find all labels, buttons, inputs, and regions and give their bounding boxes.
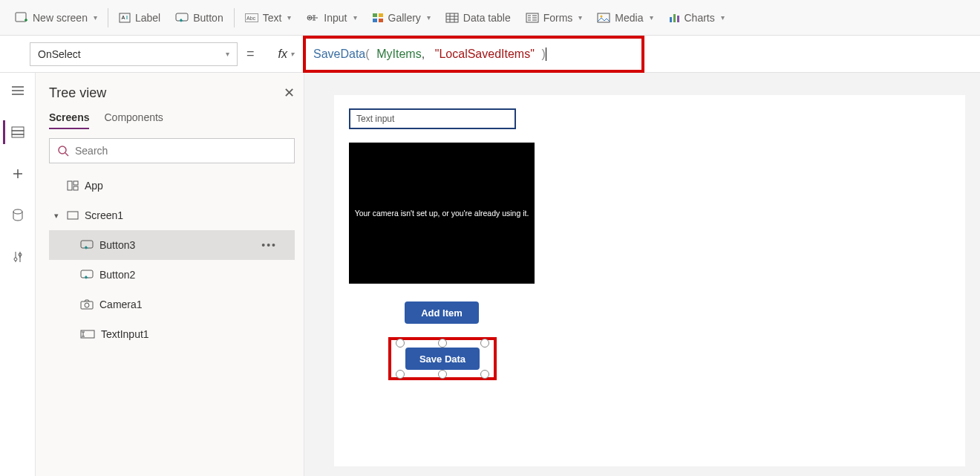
app-icon (67, 180, 79, 191)
svg-point-24 (59, 146, 66, 154)
resize-handle[interactable] (396, 339, 405, 348)
text-icon: Abc (245, 13, 258, 22)
charts-label: Charts (685, 12, 715, 24)
camera-control[interactable]: Your camera isn't set up, or you're alre… (349, 143, 535, 284)
tree-view-icon[interactable] (3, 120, 30, 144)
svg-rect-17 (677, 16, 679, 22)
new-screen-button[interactable]: New screen ▾ (7, 7, 105, 28)
resize-handle[interactable] (480, 339, 489, 348)
textinput-icon (80, 330, 95, 339)
resize-handle[interactable] (480, 370, 489, 379)
svg-rect-0 (16, 13, 26, 22)
formula-bar: OnSelect ▾ = fx ▾ SaveData( MyItems, "Lo… (0, 36, 980, 73)
fx-label: fx (278, 48, 287, 61)
fx-button[interactable]: fx ▾ (278, 48, 294, 61)
input-label: Input (324, 12, 347, 24)
svg-rect-15 (670, 17, 672, 22)
formula-paren-open: ( (365, 48, 369, 61)
insert-icon[interactable] (4, 162, 31, 186)
resize-handle[interactable] (438, 370, 447, 379)
label-button[interactable]: Label (111, 7, 168, 28)
svg-rect-1 (120, 13, 130, 22)
svg-rect-20 (12, 134, 24, 137)
tab-screens[interactable]: Screens (49, 111, 89, 129)
equals-sign: = (246, 46, 255, 62)
new-screen-icon (15, 12, 28, 24)
tab-components[interactable]: Components (104, 111, 163, 129)
data-icon[interactable] (4, 203, 31, 227)
search-input[interactable] (75, 145, 287, 157)
chevron-down-icon: ▾ (578, 13, 582, 22)
forms-label: Forms (543, 12, 573, 24)
button-icon (80, 240, 94, 250)
save-data-label: Save Data (419, 353, 466, 365)
property-name: OnSelect (38, 48, 81, 60)
resize-handle[interactable] (438, 339, 447, 348)
chevron-down-icon: ▾ (290, 50, 294, 58)
forms-button[interactable]: Forms ▾ (518, 7, 590, 28)
label-label: Label (135, 12, 160, 24)
text-input-placeholder: Text input (356, 114, 394, 124)
svg-point-22 (14, 258, 17, 261)
media-label: Media (615, 12, 643, 24)
new-screen-label: New screen (33, 12, 88, 24)
search-box[interactable] (49, 138, 295, 163)
tree-node-textinput1[interactable]: TextInput1 (49, 319, 295, 349)
svg-rect-26 (74, 181, 78, 185)
button-button[interactable]: Button (168, 7, 230, 28)
tree-node-label: App (85, 180, 103, 192)
gallery-label: Gallery (388, 12, 421, 24)
property-selector[interactable]: OnSelect ▾ (30, 42, 238, 66)
svg-rect-11 (446, 13, 458, 22)
media-button[interactable]: Media ▾ (589, 7, 660, 28)
chevron-down-icon: ▾ (427, 13, 431, 22)
tools-icon[interactable] (4, 245, 31, 269)
formula-input[interactable]: SaveData( MyItems, "LocalSavedItems" ) (303, 36, 644, 73)
add-item-label: Add Item (421, 307, 463, 319)
more-icon[interactable]: ••• (261, 239, 277, 251)
input-button[interactable]: Input ▾ (298, 7, 364, 28)
svg-rect-25 (68, 181, 72, 190)
gallery-icon (372, 13, 384, 23)
tree-node-camera1[interactable]: Camera1 (49, 290, 295, 319)
save-data-selection[interactable]: Save Data (388, 337, 497, 380)
button-icon (80, 270, 94, 280)
text-button[interactable]: Abc Text ▾ (238, 7, 299, 28)
tree-view-title: Tree view (49, 85, 106, 101)
separator (234, 8, 235, 27)
svg-text:Abc: Abc (246, 16, 256, 21)
camera-message: Your camera isn't set up, or you're alre… (355, 209, 529, 218)
svg-rect-9 (373, 19, 377, 22)
charts-button[interactable]: Charts ▾ (661, 7, 732, 28)
close-icon[interactable]: ✕ (284, 85, 295, 101)
svg-point-6 (309, 16, 310, 18)
svg-rect-13 (598, 13, 610, 22)
add-item-button[interactable]: Add Item (405, 301, 479, 324)
app-canvas[interactable]: Text input Your camera isn't set up, or … (334, 95, 965, 466)
left-rail (0, 73, 36, 476)
resize-handle[interactable] (396, 370, 405, 379)
tree-node-screen1[interactable]: ▾ Screen1 (49, 200, 295, 230)
chevron-down-icon: ▾ (94, 13, 97, 22)
formula-fn: SaveData (313, 48, 365, 61)
formula-arg1: MyItems (376, 48, 421, 61)
tree-view-panel: Tree view ✕ Screens Components App ▾ Scr… (36, 73, 304, 476)
svg-rect-7 (373, 13, 377, 17)
tree-node-label: Button3 (99, 239, 135, 251)
save-data-button[interactable]: Save Data (405, 348, 480, 370)
input-icon (306, 13, 319, 22)
tree-node-button3[interactable]: Button3 ••• (49, 230, 295, 260)
datatable-label: Data table (463, 12, 511, 24)
svg-point-14 (601, 15, 603, 17)
text-input-control[interactable]: Text input (349, 108, 516, 129)
body: Tree view ✕ Screens Components App ▾ Scr… (0, 73, 980, 476)
tree-node-button2[interactable]: Button2 (49, 260, 295, 290)
gallery-button[interactable]: Gallery ▾ (365, 7, 438, 28)
datatable-button[interactable]: Data table (438, 7, 518, 28)
tree-node-app[interactable]: App (49, 171, 295, 200)
canvas-area: Text input Your camera isn't set up, or … (304, 73, 980, 476)
chevron-down-icon: ▾ (721, 13, 725, 22)
hamburger-icon[interactable] (4, 79, 31, 102)
chevron-down-icon: ▾ (287, 13, 291, 22)
chevron-down-icon: ▾ (650, 13, 653, 22)
